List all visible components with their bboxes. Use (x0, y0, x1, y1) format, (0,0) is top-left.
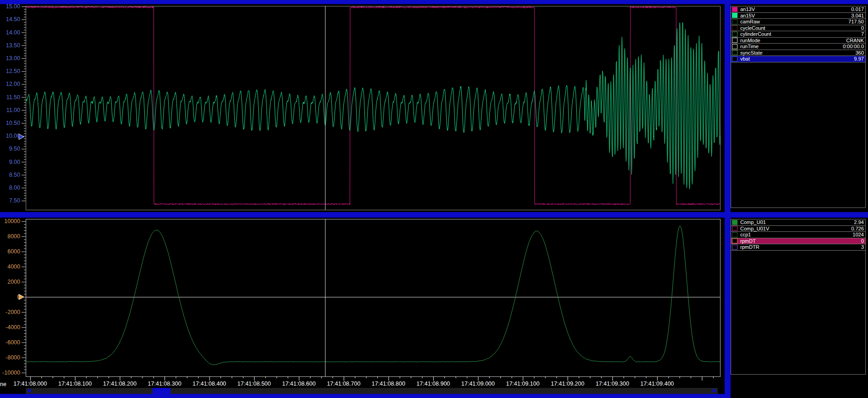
channel-swatch-icon (732, 245, 738, 250)
x-axis-tick-label: 17:41:09.400 (636, 381, 678, 387)
x-axis-tick-label: 17:41:08.900 (413, 381, 454, 387)
channel-label: runTime (740, 44, 843, 49)
channel-swatch-icon (732, 25, 738, 30)
legend-row-Comp_U01[interactable]: Comp_U012.94 (731, 219, 865, 226)
channel-label: cylinderCount (740, 31, 861, 37)
plot-frame (26, 219, 720, 377)
scroll-right-arrow-icon[interactable] (713, 388, 717, 393)
channel-label: runMode (740, 38, 846, 43)
y-axis-label: 11.00 (6, 107, 20, 113)
legend-row-runMode[interactable]: runModeCRANK (731, 38, 865, 44)
x-axis-tick-label: 17:41:08.600 (278, 381, 319, 387)
scroll-left-arrow-icon[interactable] (27, 388, 31, 393)
y-axis-label: 13.50 (6, 42, 20, 49)
channel-label: an15V (740, 13, 851, 18)
x-axis-tick-label: 17:41:08.000 (10, 381, 51, 387)
y-axis-label: 8.00 (9, 185, 20, 191)
x-axis-tick-label: 17:41:08.200 (99, 381, 141, 387)
y-axis-label: 8.50 (9, 172, 20, 178)
y-axis-label: 14.00 (6, 29, 20, 36)
channel-value: 0.017 (851, 6, 864, 12)
channel-value: 360 (856, 50, 864, 56)
channel-swatch-icon (732, 238, 738, 243)
channel-swatch-icon (732, 50, 738, 55)
trace-an15V (26, 22, 720, 189)
y-axis-label: -6000 (6, 339, 20, 346)
channel-value: 3.041 (851, 13, 864, 18)
channel-swatch-icon (732, 13, 738, 18)
legend-row-rpmDTR[interactable]: rpmDTR3 (731, 244, 865, 251)
legend-row-camRaw[interactable]: camRaw717.50 (731, 19, 865, 25)
channel-swatch-icon (732, 44, 738, 49)
channel-swatch-icon (732, 19, 738, 24)
x-axis-tick-label: 17:41:08.700 (323, 381, 364, 387)
x-axis-tick-label: 17:41:09.200 (547, 381, 588, 387)
legend-row-ccp1[interactable]: ccp11024 (731, 232, 865, 238)
legend-row-cycleCount[interactable]: cycleCount0 (731, 25, 865, 32)
channel-value: 3 (861, 244, 864, 250)
y-axis-label: 12.00 (6, 81, 20, 87)
x-axis-tick-label: 17:41:09.100 (502, 381, 544, 387)
channel-value: 1024 (853, 232, 864, 237)
plot-frame (26, 6, 720, 210)
time-axis-title-partial: ne (0, 381, 10, 387)
y-axis-label: 14.50 (6, 16, 20, 22)
axis-marker-icon[interactable] (19, 294, 24, 300)
scrollbar-track[interactable] (26, 388, 718, 394)
y-axis-label: -4000 (6, 324, 20, 331)
x-axis-tick-label: 17:41:08.500 (233, 381, 275, 387)
legend-row-an15V[interactable]: an15V3.041 (731, 13, 865, 19)
y-axis-label: -8000 (6, 354, 20, 361)
legend-row-rpmDT[interactable]: rpmDT0 (731, 238, 865, 245)
axis-marker-icon[interactable] (19, 134, 24, 140)
channel-swatch-icon (732, 56, 738, 62)
y-axis-label: 4000 (7, 263, 20, 270)
legend-row-Comp_U01V[interactable]: Comp_U01V0.726 (731, 226, 865, 232)
y-axis-label: 12.50 (6, 68, 20, 74)
legend-row-vbat[interactable]: vbat9.97 (731, 56, 865, 62)
legend-row-cylinderCount[interactable]: cylinderCount7 (731, 31, 865, 38)
scope-top-chart[interactable]: 15.0014.5014.0013.5013.0012.5012.0011.50… (0, 3, 725, 212)
logger-window: 15.0014.5014.0013.5013.0012.5012.0011.50… (0, 0, 868, 398)
channel-swatch-icon (732, 232, 738, 237)
channel-swatch-icon (732, 226, 738, 231)
channel-value: 0.726 (851, 226, 864, 231)
legend-panel-bottom: Comp_U012.94Comp_U01V0.726ccp11024rpmDT0… (731, 219, 866, 375)
time-axis-labels: ne 17:41:08.00017:41:08.10017:41:08.2001… (0, 381, 725, 388)
x-axis-tick-label: 17:41:08.300 (144, 381, 185, 387)
y-axis-label: 9.50 (9, 146, 20, 152)
channel-label: an13V (740, 6, 851, 12)
channel-value: 0 (861, 25, 864, 31)
y-axis-label: 13.00 (6, 55, 20, 62)
channel-label: syncState (740, 50, 856, 56)
y-axis-label: 11.50 (6, 94, 20, 101)
legend-row-syncState[interactable]: syncState360 (731, 50, 865, 56)
y-axis-label: 6000 (7, 248, 20, 255)
panel-divider-vertical (725, 0, 731, 398)
y-axis-label: 10.50 (6, 120, 20, 126)
legend-row-an13V[interactable]: an13V0.017 (731, 6, 865, 13)
y-axis-label: -2000 (6, 309, 20, 315)
x-axis-tick-label: 17:41:09.300 (592, 381, 633, 387)
channel-label: cycleCount (740, 25, 861, 31)
channel-value: 0 (861, 238, 864, 244)
channel-swatch-icon (732, 220, 738, 225)
y-axis-label: 2000 (7, 279, 20, 285)
scope-bottom-chart[interactable]: 1000080006000400020000-2000-4000-6000-80… (0, 216, 725, 380)
x-axis-tick-label: 17:41:08.400 (189, 381, 230, 387)
y-axis-label: 15.00 (6, 3, 20, 10)
legend-panel-top: an13V0.017an15V3.041camRaw717.50cycleCou… (731, 6, 866, 208)
x-axis-tick-label: 17:41:08.100 (54, 381, 96, 387)
channel-value: 717.50 (848, 19, 864, 24)
channel-label: rpmDT (740, 238, 861, 244)
scrollbar-thumb[interactable] (153, 388, 170, 394)
legend-row-runTime[interactable]: runTime0:00:00.0 (731, 44, 865, 50)
channel-value: 7 (861, 31, 864, 37)
channel-label: vbat (740, 56, 854, 62)
channel-value: 9.97 (854, 56, 864, 62)
y-axis-label: 7.50 (9, 197, 20, 204)
channel-swatch-icon (732, 7, 738, 12)
channel-label: camRaw (740, 19, 848, 24)
window-border-bottom (0, 394, 725, 398)
channel-value: CRANK (846, 38, 864, 43)
